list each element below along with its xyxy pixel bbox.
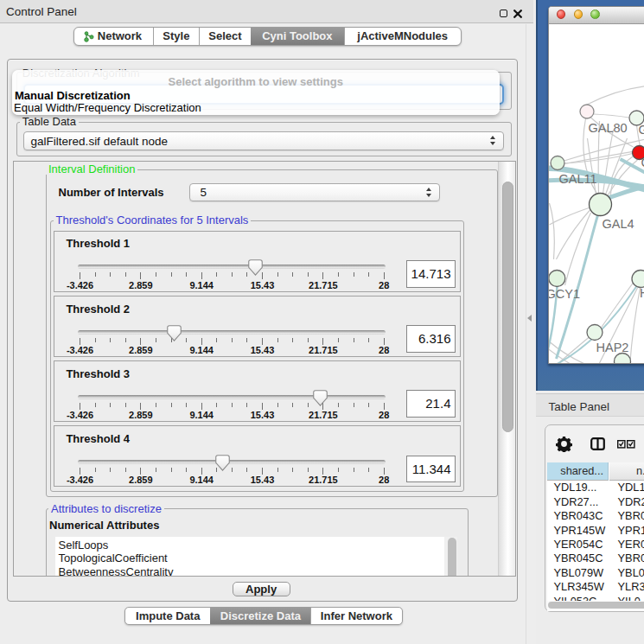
svg-text:GAL11: GAL11 [558,171,596,185]
svg-text:GCY1: GCY1 [549,286,580,300]
svg-text:HAP2: HAP2 [596,341,628,354]
svg-text:CDC: CDC [641,155,644,169]
svg-text:GAL80: GAL80 [588,120,627,134]
svg-text:GAL4: GAL4 [602,216,634,230]
svg-text:GAL2: GAL2 [638,122,644,136]
svg-text:HIS: HIS [640,286,644,300]
